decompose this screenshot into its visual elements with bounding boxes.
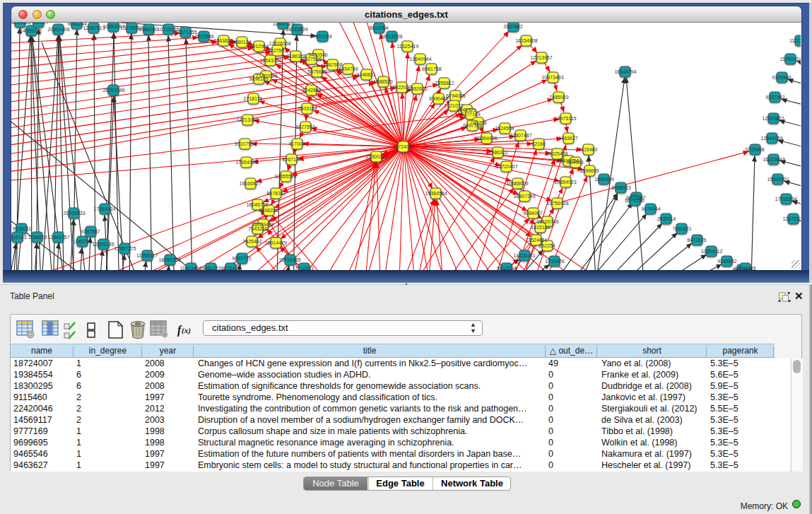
svg-text:3215958: 3215958 bbox=[745, 147, 764, 152]
svg-text:15716485: 15716485 bbox=[278, 257, 300, 262]
svg-text:12093822: 12093822 bbox=[762, 116, 784, 121]
svg-text:11123450: 11123450 bbox=[789, 38, 801, 43]
svg-text:1615132: 1615132 bbox=[531, 225, 550, 230]
svg-text:8498222: 8498222 bbox=[259, 208, 278, 213]
svg-text:10973493: 10973493 bbox=[541, 75, 563, 80]
svg-text:9896165: 9896165 bbox=[249, 76, 268, 81]
svg-text:8960124: 8960124 bbox=[232, 40, 251, 45]
svg-text:9657771: 9657771 bbox=[232, 256, 251, 261]
svg-text:20691406: 20691406 bbox=[47, 27, 69, 32]
svg-text:9327503: 9327503 bbox=[267, 48, 286, 53]
svg-text:7730021: 7730021 bbox=[295, 266, 314, 270]
svg-text:9777169: 9777169 bbox=[461, 112, 480, 117]
svg-text:6966160: 6966160 bbox=[139, 27, 158, 32]
svg-text:9146821: 9146821 bbox=[356, 72, 375, 77]
svg-text:8678332: 8678332 bbox=[266, 191, 286, 196]
svg-text:12444159: 12444159 bbox=[760, 136, 782, 141]
svg-text:6497568: 6497568 bbox=[463, 123, 482, 128]
svg-text:18807249: 18807249 bbox=[513, 194, 535, 199]
svg-text:9084067: 9084067 bbox=[523, 211, 542, 216]
svg-text:12213967: 12213967 bbox=[530, 55, 552, 60]
svg-text:9081123: 9081123 bbox=[202, 266, 221, 270]
svg-text:11325419: 11325419 bbox=[397, 44, 419, 49]
svg-text:9935011: 9935011 bbox=[13, 226, 32, 231]
svg-text:19756928: 19756928 bbox=[546, 201, 568, 206]
svg-text:8912954: 8912954 bbox=[249, 44, 269, 49]
svg-text:13226058: 13226058 bbox=[269, 41, 290, 46]
svg-text:13524851: 13524851 bbox=[525, 238, 547, 243]
svg-text:16154808: 16154808 bbox=[515, 38, 537, 43]
svg-text:12975115: 12975115 bbox=[555, 116, 577, 121]
svg-text:9397567: 9397567 bbox=[81, 229, 100, 234]
svg-text:10025438: 10025438 bbox=[546, 151, 567, 156]
svg-text:10654112: 10654112 bbox=[701, 249, 723, 254]
svg-text:16046756: 16046756 bbox=[246, 202, 268, 207]
svg-text:12355594: 12355594 bbox=[274, 174, 296, 179]
svg-text:16914479: 16914479 bbox=[264, 240, 286, 245]
svg-text:1362615: 1362615 bbox=[408, 86, 427, 91]
svg-text:8267130: 8267130 bbox=[282, 157, 301, 162]
svg-text:7461327: 7461327 bbox=[29, 23, 48, 25]
svg-text:9329966: 9329966 bbox=[772, 75, 791, 80]
svg-text:12505135: 12505135 bbox=[92, 242, 114, 247]
svg-text:6699695: 6699695 bbox=[579, 168, 599, 173]
svg-text:12942757: 12942757 bbox=[47, 235, 69, 240]
svg-text:10107554: 10107554 bbox=[234, 141, 256, 146]
svg-text:17016534: 17016534 bbox=[775, 197, 796, 201]
svg-text:11958117: 11958117 bbox=[136, 253, 158, 258]
svg-text:10671355: 10671355 bbox=[175, 30, 196, 35]
svg-text:25300275: 25300275 bbox=[365, 154, 387, 159]
svg-text:10233145: 10233145 bbox=[734, 266, 755, 270]
svg-text:15751074: 15751074 bbox=[779, 57, 801, 62]
svg-text:17654925: 17654925 bbox=[235, 160, 257, 165]
svg-text:10688609: 10688609 bbox=[506, 181, 528, 186]
svg-text:8471676: 8471676 bbox=[687, 238, 706, 243]
svg-text:12087513: 12087513 bbox=[83, 25, 105, 30]
svg-text:7515546: 7515546 bbox=[194, 34, 213, 39]
svg-text:17359924: 17359924 bbox=[93, 206, 115, 211]
svg-text:19166827: 19166827 bbox=[239, 181, 261, 186]
svg-text:20364436: 20364436 bbox=[475, 136, 497, 141]
svg-text:12675333: 12675333 bbox=[782, 216, 801, 221]
svg-text:9242848: 9242848 bbox=[302, 88, 321, 93]
svg-text:7625402: 7625402 bbox=[242, 239, 261, 244]
svg-text:10807487: 10807487 bbox=[510, 133, 531, 138]
svg-text:2718176: 2718176 bbox=[243, 96, 262, 101]
svg-text:7643219: 7643219 bbox=[248, 226, 267, 231]
svg-text:954964: 954964 bbox=[567, 160, 583, 165]
svg-text:9227342: 9227342 bbox=[765, 95, 784, 100]
svg-text:15720407: 15720407 bbox=[495, 164, 517, 169]
svg-text:6961758: 6961758 bbox=[422, 66, 441, 71]
svg-text:2087682: 2087682 bbox=[503, 24, 522, 29]
svg-text:17957275: 17957275 bbox=[114, 246, 136, 251]
svg-text:19218506: 19218506 bbox=[380, 34, 402, 39]
svg-text:14136141: 14136141 bbox=[513, 253, 535, 258]
svg-text:1640954: 1640954 bbox=[594, 177, 613, 182]
svg-text:8958923: 8958923 bbox=[611, 185, 630, 190]
svg-text:1733426: 1733426 bbox=[545, 259, 564, 264]
svg-text:62160: 62160 bbox=[531, 141, 546, 146]
svg-text:15692901: 15692901 bbox=[767, 177, 789, 182]
svg-text:8823411: 8823411 bbox=[221, 266, 240, 270]
svg-text:7485003: 7485003 bbox=[549, 95, 568, 100]
svg-text:1588520: 1588520 bbox=[373, 79, 392, 84]
svg-text:7857224: 7857224 bbox=[312, 34, 331, 39]
svg-text:417004: 417004 bbox=[288, 141, 305, 146]
svg-text:9915143: 9915143 bbox=[11, 235, 27, 240]
svg-text:16210643: 16210643 bbox=[763, 157, 784, 162]
svg-text:11923466: 11923466 bbox=[180, 266, 202, 270]
svg-text:5875685: 5875685 bbox=[307, 69, 326, 74]
svg-text:12213363: 12213363 bbox=[236, 117, 258, 122]
svg-text:19384554: 19384554 bbox=[425, 191, 447, 196]
svg-text:11460329: 11460329 bbox=[273, 23, 295, 26]
svg-text:1145194: 1145194 bbox=[73, 239, 92, 244]
svg-text:16120746: 16120746 bbox=[536, 219, 558, 224]
svg-text:2803144: 2803144 bbox=[298, 106, 317, 111]
svg-text:8454749: 8454749 bbox=[339, 66, 358, 71]
svg-text:6794028: 6794028 bbox=[446, 93, 465, 98]
svg-text:9427552: 9427552 bbox=[295, 124, 314, 129]
svg-text:19654923: 19654923 bbox=[554, 180, 576, 185]
svg-text:9463627: 9463627 bbox=[558, 136, 577, 141]
svg-text:9912034: 9912034 bbox=[497, 266, 516, 270]
svg-text:18724007: 18724007 bbox=[392, 144, 414, 149]
